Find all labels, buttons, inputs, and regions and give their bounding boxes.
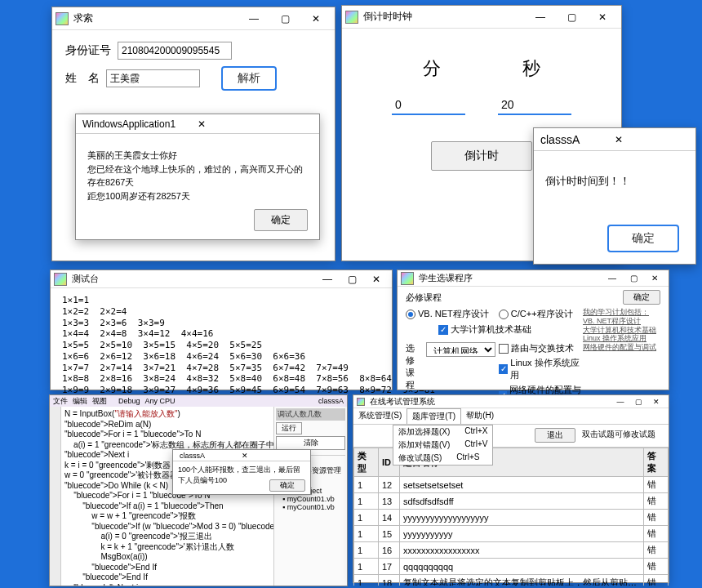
- window-title: 求索: [73, 11, 238, 25]
- window-title: 在线考试管理系统: [370, 396, 611, 408]
- maximize-button[interactable]: ▢: [629, 396, 647, 408]
- summary-l2: 大学计算机和技术基础: [583, 326, 660, 335]
- parse-button[interactable]: 解析: [221, 66, 277, 91]
- dialog-line1: 美丽的王美霞女士你好: [87, 149, 308, 163]
- close-button[interactable]: ✕: [364, 271, 389, 287]
- ide-dialog-title: classsA: [180, 452, 242, 460]
- radio-cc[interactable]: C/C++程序设计: [499, 308, 573, 320]
- summary-title: 我的学习计划包括：: [583, 308, 660, 317]
- summary-l1: VB. NET程序设计: [583, 317, 660, 326]
- exit-button[interactable]: 退出: [535, 428, 575, 443]
- menu-item-addchoice[interactable]: 添加选择题(X)Ctrl+X: [393, 425, 492, 439]
- exam-col-header[interactable]: 类型: [354, 448, 379, 477]
- table-row[interactable]: 117qqqqqqqqqq错: [354, 559, 669, 575]
- code-editor[interactable]: N = InputBox("请输入能放入数")"bluecode">ReDim …: [61, 407, 273, 586]
- table-row[interactable]: 115yyyyyyyyyyy错: [354, 526, 669, 542]
- maximize-button[interactable]: ▢: [623, 271, 644, 286]
- dialog-close-icon[interactable]: ✕: [198, 118, 313, 130]
- popup-title: classsA: [540, 133, 615, 146]
- minute-input[interactable]: [392, 96, 465, 115]
- table-row[interactable]: 112setsetsetsetset错: [354, 477, 669, 493]
- check-route[interactable]: 路由与交换技术: [499, 342, 583, 354]
- multiplication-output: 1×1=1 1×2=2 2×2=4 1×3=3 2×3=6 3×3=9 1×4=…: [51, 288, 392, 403]
- course-ok-button[interactable]: 确定: [623, 290, 660, 305]
- name-input[interactable]: [106, 69, 200, 87]
- popup-ok-button[interactable]: 确定: [607, 225, 679, 252]
- maximize-button[interactable]: ▢: [556, 7, 587, 28]
- popup-message: 倒计时时间到！！: [545, 175, 630, 187]
- table-row[interactable]: 113sdfsdfsdfsdff错: [354, 493, 669, 510]
- ide-dialog-close-icon[interactable]: ✕: [242, 452, 304, 460]
- window-title: 倒计时时钟: [363, 10, 525, 24]
- second-input[interactable]: [498, 96, 571, 115]
- minimize-button[interactable]: —: [315, 271, 340, 287]
- app-icon: [54, 273, 67, 286]
- dialog-ok-button[interactable]: 确定: [254, 209, 308, 231]
- required-section-label: 必修课程: [406, 292, 442, 304]
- minimize-button[interactable]: —: [238, 8, 269, 29]
- app-icon: [357, 398, 365, 406]
- tab-help[interactable]: 帮助(H): [461, 408, 499, 424]
- radio-vbnet[interactable]: VB. NET程序设计: [406, 308, 489, 320]
- close-button[interactable]: ✕: [644, 271, 665, 286]
- summary-l4: 网络硬件的配置与调试: [583, 343, 660, 352]
- ide-toolbar[interactable]: 文件 编辑 视图 Debug Any CPU classsA: [50, 395, 347, 407]
- window-title: 学生选课程序: [419, 272, 602, 284]
- close-button[interactable]: ✕: [300, 8, 331, 29]
- close-button[interactable]: ✕: [647, 396, 665, 408]
- exam-col-header[interactable]: 答案: [644, 448, 669, 477]
- minute-label: 分: [423, 56, 441, 81]
- second-label: 秒: [522, 56, 540, 81]
- close-button[interactable]: ✕: [587, 7, 618, 28]
- id-input[interactable]: [118, 42, 232, 60]
- table-row[interactable]: 116xxxxxxxxxxxxxxxxx错: [354, 542, 669, 559]
- maximize-button[interactable]: ▢: [269, 8, 300, 29]
- dialog-line2: 您已经在这个地球上快乐的，难过的，高兴而又开心的存在8267天: [87, 163, 308, 189]
- popup-close-icon[interactable]: ✕: [615, 134, 689, 145]
- tab-system[interactable]: 系统管理(S): [353, 408, 407, 424]
- name-label: 姓 名: [65, 71, 100, 86]
- hint-label: 双击试题可修改试题: [582, 429, 655, 440]
- countdown-button[interactable]: 倒计时: [431, 141, 532, 171]
- menu-item-modify[interactable]: 修改试题(S)Ctrl+S: [393, 452, 492, 465]
- tab-bank[interactable]: 题库管理(T): [407, 408, 461, 424]
- summary-l3: Linux 操作系统应用: [583, 334, 660, 343]
- dialog-title: WindowsApplication1: [82, 118, 198, 130]
- menu-item-addtf[interactable]: 添加对错题(V)Ctrl+V: [393, 439, 492, 452]
- exam-table[interactable]: 类型ID题目名称答案 112setsetsetsetset错113sdfsdfs…: [353, 448, 669, 586]
- minimize-button[interactable]: —: [611, 396, 629, 408]
- maximize-button[interactable]: ▢: [340, 271, 364, 287]
- minimize-button[interactable]: —: [525, 7, 556, 28]
- ide-dialog-ok-button[interactable]: 确定: [269, 479, 305, 492]
- elective-combo[interactable]: 计算机网络: [426, 342, 495, 357]
- check-compbasic[interactable]: ✓大学计算机技术基础: [438, 323, 583, 336]
- table-row[interactable]: 114yyyyyyyyyyyyyyyyyyy错: [354, 510, 669, 526]
- app-icon: [56, 12, 69, 25]
- window-title: 测试台: [72, 273, 315, 285]
- table-row[interactable]: 118复制文本就是将选定的文本复制到剪贴板上，然后从剪贴板粘贴到文字中错: [354, 575, 669, 586]
- run-button[interactable]: 运行: [276, 422, 302, 434]
- elective-section-label: 选修课程: [406, 342, 423, 391]
- app-icon: [345, 11, 358, 24]
- minimize-button[interactable]: —: [602, 271, 623, 286]
- id-label: 身份证号: [65, 43, 111, 58]
- check-linux[interactable]: ✓Linux 操作系统应用: [499, 357, 583, 381]
- clear-button[interactable]: 清除: [276, 436, 345, 450]
- app-icon: [401, 272, 414, 285]
- dialog-line3: 距您100周岁还有28257天: [87, 189, 308, 203]
